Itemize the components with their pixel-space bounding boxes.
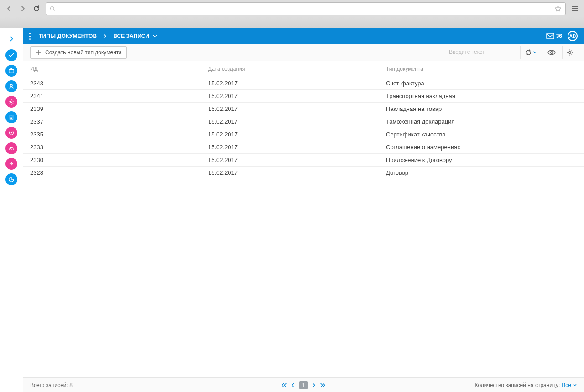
- svg-point-9: [568, 51, 570, 53]
- cell-type: Соглашение о намерениях: [379, 141, 584, 154]
- svg-point-8: [550, 51, 552, 53]
- cell-type: Счет-фактура: [379, 77, 584, 90]
- data-table: ИД Дата создания Тип документа 234315.02…: [23, 61, 584, 179]
- svg-point-6: [11, 132, 12, 134]
- cell-id: 2330: [23, 154, 201, 167]
- sidebar-item-arrow[interactable]: [5, 158, 17, 170]
- chevron-down-icon: [533, 51, 537, 54]
- search-input[interactable]: [448, 47, 516, 57]
- browser-back-button[interactable]: [3, 2, 16, 15]
- cell-id: 2335: [23, 128, 201, 141]
- page-header: ТИПЫ ДОКУМЕНТОВ ВСЕ ЗАПИСИ 36 AD: [23, 28, 584, 44]
- settings-button[interactable]: [562, 46, 577, 59]
- page-next-button[interactable]: [312, 383, 316, 387]
- sidebar-item-chart[interactable]: [5, 173, 17, 185]
- per-page-label: Количество записей на страницу:: [474, 382, 560, 388]
- cell-date: 15.02.2017: [201, 128, 379, 141]
- page-title: ТИПЫ ДОКУМЕНТОВ: [39, 33, 97, 39]
- cell-date: 15.02.2017: [201, 103, 379, 115]
- create-button[interactable]: Создать новый тип документа: [30, 46, 127, 59]
- plus-icon: [35, 49, 42, 56]
- sidebar-item-document[interactable]: [5, 111, 17, 123]
- browser-toolbar: [0, 0, 584, 17]
- table-row[interactable]: 234115.02.2017Транспортная накладная: [23, 90, 584, 103]
- cell-id: 2341: [23, 90, 201, 103]
- sidebar-item-gear[interactable]: [5, 96, 17, 108]
- mail-icon: [546, 33, 554, 39]
- column-header-type[interactable]: Тип документа: [379, 61, 584, 77]
- column-header-id[interactable]: ИД: [23, 61, 201, 77]
- sidebar-item-circle1[interactable]: [5, 127, 17, 139]
- column-header-date[interactable]: Дата создания: [201, 61, 379, 77]
- per-page-value: Все: [562, 382, 571, 388]
- browser-menu-button[interactable]: [568, 2, 581, 15]
- cell-id: 2339: [23, 103, 201, 115]
- browser-chrome-spacer: [0, 17, 584, 28]
- cell-type: Таможенная декларация: [379, 115, 584, 128]
- browser-forward-button[interactable]: [16, 2, 29, 15]
- browser-reload-button[interactable]: [30, 2, 43, 15]
- sidebar-item-user[interactable]: [5, 80, 17, 92]
- sidebar-item-briefcase[interactable]: [5, 65, 17, 77]
- cell-id: 2337: [23, 115, 201, 128]
- table-row[interactable]: 232815.02.2017Договор: [23, 167, 584, 179]
- table-row[interactable]: 233915.02.2017Накладная на товар: [23, 103, 584, 115]
- cell-id: 2343: [23, 77, 201, 90]
- main-panel: ТИПЫ ДОКУМЕНТОВ ВСЕ ЗАПИСИ 36 AD: [23, 28, 584, 392]
- cell-id: 2328: [23, 167, 201, 179]
- refresh-button[interactable]: [520, 46, 540, 59]
- star-icon[interactable]: [554, 5, 562, 12]
- table-row[interactable]: 234315.02.2017Счет-фактура: [23, 77, 584, 90]
- sidebar-toggle[interactable]: [5, 32, 18, 46]
- create-button-label: Создать новый тип документа: [45, 49, 122, 56]
- page-first-button[interactable]: [281, 383, 287, 387]
- sidebar-item-gauge[interactable]: [5, 142, 17, 154]
- view-button[interactable]: [544, 46, 558, 59]
- sidebar-item-check[interactable]: [5, 49, 17, 61]
- cell-type: Накладная на товар: [379, 103, 584, 115]
- cell-date: 15.02.2017: [201, 141, 379, 154]
- svg-point-0: [51, 6, 54, 10]
- mail-count: 36: [556, 33, 562, 39]
- footer: Всего записей: 8 1 Количество записей на…: [23, 377, 584, 392]
- page-number[interactable]: 1: [299, 381, 308, 389]
- cell-type: Транспортная накладная: [379, 90, 584, 103]
- cell-type: Договор: [379, 167, 584, 179]
- page-last-button[interactable]: [320, 383, 326, 387]
- cell-date: 15.02.2017: [201, 167, 379, 179]
- mail-indicator[interactable]: 36: [546, 33, 562, 39]
- table-row[interactable]: 233515.02.2017Сертификат качества: [23, 128, 584, 141]
- cell-id: 2333: [23, 141, 201, 154]
- cell-date: 15.02.2017: [201, 77, 379, 90]
- svg-point-3: [10, 101, 12, 103]
- chevron-down-icon: [573, 384, 577, 387]
- total-records: Всего записей: 8: [30, 382, 73, 388]
- search-icon: [50, 6, 55, 11]
- toolbar: Создать новый тип документа: [23, 44, 584, 61]
- sidebar: [0, 28, 23, 392]
- page-subtitle[interactable]: ВСЕ ЗАПИСИ: [113, 33, 149, 39]
- cell-date: 15.02.2017: [201, 90, 379, 103]
- svg-rect-1: [9, 69, 14, 73]
- table-row[interactable]: 233015.02.2017Приложение к Договору: [23, 154, 584, 167]
- cell-type: Приложение к Договору: [379, 154, 584, 167]
- cell-date: 15.02.2017: [201, 154, 379, 167]
- avatar[interactable]: AD: [568, 31, 578, 41]
- table-row[interactable]: 233315.02.2017Соглашение о намерениях: [23, 141, 584, 154]
- browser-url-bar[interactable]: [46, 2, 566, 15]
- breadcrumb-separator: [103, 34, 107, 38]
- page-prev-button[interactable]: [291, 383, 295, 387]
- cell-date: 15.02.2017: [201, 115, 379, 128]
- chevron-down-icon[interactable]: [153, 34, 157, 38]
- cell-type: Сертификат качества: [379, 128, 584, 141]
- per-page-selector[interactable]: Количество записей на страницу: Все: [474, 382, 577, 388]
- table-container: ИД Дата создания Тип документа 234315.02…: [23, 61, 584, 377]
- svg-rect-7: [547, 33, 554, 39]
- svg-point-2: [10, 84, 12, 86]
- pagination: 1: [281, 381, 326, 389]
- header-menu-icon[interactable]: [29, 33, 31, 40]
- table-row[interactable]: 233715.02.2017Таможенная декларация: [23, 115, 584, 128]
